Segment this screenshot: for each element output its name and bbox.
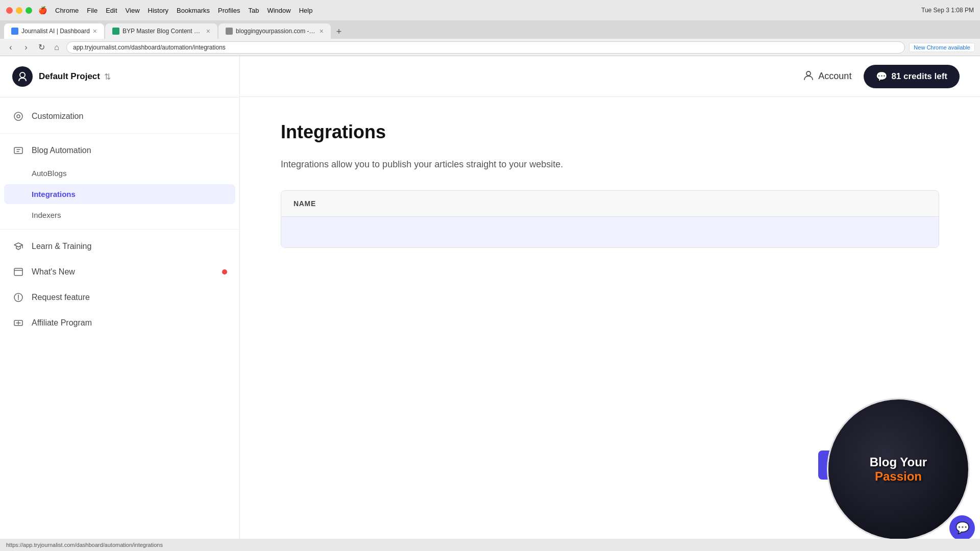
blog-automation-label: Blog Automation [32, 146, 91, 155]
request-feature-label: Request feature [32, 293, 90, 302]
integrations-label: Integrations [32, 190, 76, 198]
autoblogs-label: AutoBlogs [32, 169, 66, 178]
menu-help[interactable]: Help [299, 7, 313, 14]
maximize-window-button[interactable] [26, 7, 32, 14]
affiliate-icon [12, 317, 24, 329]
app-logo-icon [12, 66, 33, 87]
sidebar-item-blog-automation[interactable]: Blog Automation [0, 138, 239, 163]
sidebar-nav: Customization Blog Automation AutoBlogs … [0, 97, 239, 551]
notification-dot [222, 269, 227, 274]
tab-close-byp[interactable]: × [206, 27, 210, 35]
project-selector[interactable]: Default Project ⇅ [39, 71, 111, 82]
indexers-label: Indexers [32, 211, 61, 219]
svg-rect-3 [14, 147, 22, 154]
svg-point-7 [806, 71, 811, 76]
time-display: Tue Sep 3 1:08 PM [921, 7, 974, 14]
status-url: https://app.tryjournalist.com/dashboard/… [6, 542, 163, 548]
customization-icon [12, 110, 24, 122]
affiliate-label: Affiliate Program [32, 318, 92, 328]
close-window-button[interactable] [6, 7, 13, 14]
sidebar-item-whats-new[interactable]: What's New [0, 259, 239, 285]
credits-icon: 💬 [876, 71, 887, 82]
video-widget: Blog Your Passion [827, 398, 970, 541]
video-line2: Passion [870, 469, 927, 484]
divider-1 [0, 133, 239, 134]
new-chrome-badge[interactable]: New Chrome available [909, 43, 975, 52]
tab-journalist[interactable]: Journalist AI | Dashboard × [4, 23, 104, 39]
address-text: app.tryjournalist.com/dashboard/automati… [73, 44, 226, 51]
minimize-window-button[interactable] [16, 7, 22, 14]
status-bar: https://app.tryjournalist.com/dashboard/… [0, 539, 980, 551]
sidebar-logo: Default Project ⇅ [12, 66, 111, 87]
page-description: Integrations allow you to publish your a… [281, 159, 939, 170]
sidebar-item-customization[interactable]: Customization [0, 104, 239, 129]
browser-toolbar: ‹ › ↻ ⌂ app.tryjournalist.com/dashboard/… [0, 39, 980, 56]
tab-title-journalist: Journalist AI | Dashboard [21, 28, 90, 35]
video-placeholder: Blog Your Passion [828, 399, 968, 539]
back-button[interactable]: ‹ [5, 42, 16, 53]
project-name: Default Project [39, 71, 100, 82]
tab-title-blog: bloggingyourpassion.com - p... [236, 28, 316, 35]
whats-new-icon [12, 266, 24, 278]
tab-title-byp: BYP Master Blog Content St... [122, 28, 203, 35]
integrations-table: NAME [281, 190, 939, 248]
learn-training-label: Learn & Training [32, 242, 91, 251]
selector-arrows-icon: ⇅ [104, 72, 111, 82]
tab-close-blog[interactable]: × [320, 27, 324, 35]
app-header: Account 💬 81 credits left [240, 56, 980, 97]
system-tray: Tue Sep 3 1:08 PM [921, 7, 974, 14]
credits-label: 81 credits left [891, 71, 947, 82]
menu-bookmarks[interactable]: Bookmarks [177, 7, 210, 14]
chat-button[interactable]: 💬 [949, 515, 975, 541]
video-line1: Blog Your [870, 455, 927, 469]
menu-profiles[interactable]: Profiles [218, 7, 240, 14]
sidebar: Default Project ⇅ Customization Blog Aut… [0, 56, 240, 551]
credits-button[interactable]: 💬 81 credits left [864, 65, 960, 88]
menu-window[interactable]: Window [267, 7, 290, 14]
traffic-lights [6, 7, 32, 14]
address-bar[interactable]: app.tryjournalist.com/dashboard/automati… [66, 41, 905, 54]
sidebar-item-learn-training[interactable]: Learn & Training [0, 234, 239, 259]
sidebar-item-request-feature[interactable]: Request feature [0, 285, 239, 310]
sidebar-header: Default Project ⇅ [0, 56, 239, 97]
divider-2 [0, 229, 239, 230]
sidebar-item-integrations[interactable]: Integrations [4, 184, 235, 204]
svg-point-1 [14, 112, 22, 120]
video-overlay-text: Blog Your Passion [870, 455, 927, 484]
request-feature-icon [12, 291, 24, 304]
tab-byp[interactable]: BYP Master Blog Content St... × [105, 23, 217, 39]
menu-bar: Chrome File Edit View History Bookmarks … [51, 7, 316, 14]
account-icon [803, 69, 814, 84]
sidebar-item-indexers[interactable]: Indexers [0, 205, 239, 225]
table-column-name: NAME [293, 199, 316, 208]
menu-chrome[interactable]: Chrome [55, 7, 79, 14]
learn-training-icon [12, 240, 24, 253]
menu-history[interactable]: History [148, 7, 168, 14]
svg-point-0 [20, 72, 25, 78]
account-label: Account [818, 71, 851, 82]
table-empty-row [281, 217, 939, 247]
blog-automation-icon [12, 144, 24, 157]
customization-label: Customization [32, 112, 83, 121]
new-tab-button[interactable]: + [332, 24, 346, 39]
tab-favicon-journalist [11, 28, 18, 35]
whats-new-label: What's New [32, 267, 75, 277]
menu-view[interactable]: View [126, 7, 140, 14]
menu-tab[interactable]: Tab [248, 7, 259, 14]
sidebar-item-affiliate[interactable]: Affiliate Program [0, 310, 239, 336]
browser-title-bar: 🍎 Chrome File Edit View History Bookmark… [0, 0, 980, 20]
home-button[interactable]: ⌂ [51, 42, 62, 53]
sidebar-item-autoblogs[interactable]: AutoBlogs [0, 163, 239, 183]
table-header: NAME [281, 191, 939, 217]
tab-blog[interactable]: bloggingyourpassion.com - p... × [218, 23, 331, 39]
reload-button[interactable]: ↻ [36, 42, 47, 53]
browser-tabs: Journalist AI | Dashboard × BYP Master B… [0, 20, 980, 39]
menu-edit[interactable]: Edit [106, 7, 117, 14]
menu-file[interactable]: File [87, 7, 97, 14]
svg-point-2 [17, 115, 20, 118]
tab-favicon-byp [112, 28, 119, 35]
tab-close-journalist[interactable]: × [93, 27, 97, 35]
tab-favicon-blog [226, 28, 233, 35]
forward-button[interactable]: › [20, 42, 32, 53]
account-button[interactable]: Account [803, 69, 851, 84]
